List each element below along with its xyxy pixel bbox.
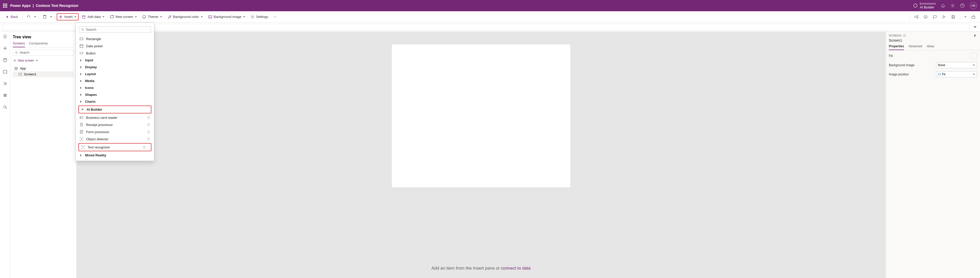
insert-item-form-processor[interactable]: Form processor <box>76 128 154 136</box>
background-color-button[interactable]: Background color <box>165 13 205 21</box>
more-button[interactable]: ⋯ <box>271 13 278 20</box>
undo-button[interactable] <box>24 13 33 21</box>
svg-rect-13 <box>15 67 16 68</box>
app-icon <box>14 67 18 70</box>
insert-category-display[interactable]: Display <box>76 64 154 70</box>
svg-rect-26 <box>80 117 83 118</box>
premium-icon <box>147 137 150 141</box>
chevron-down-icon[interactable] <box>964 16 967 18</box>
insert-category-layout[interactable]: Layout <box>76 70 154 77</box>
chevron-down-icon <box>81 108 84 111</box>
tab-components[interactable]: Components <box>29 42 48 47</box>
app-launcher-icon[interactable] <box>3 3 7 8</box>
button-icon <box>80 51 83 55</box>
chevron-down-icon[interactable] <box>34 16 36 18</box>
prop-bgimage-label: Background image <box>889 63 915 67</box>
tree-view-icon[interactable] <box>3 34 7 39</box>
tree-item-screen[interactable]: Screen1 <box>13 71 74 77</box>
svg-rect-20 <box>972 55 975 58</box>
screen-artboard[interactable] <box>392 45 570 187</box>
save-button[interactable] <box>950 13 957 21</box>
data-icon[interactable] <box>3 58 7 62</box>
preview-button[interactable] <box>940 13 948 21</box>
svg-rect-10 <box>3 70 7 73</box>
search-icon <box>15 51 18 54</box>
insert-category-mixed-reality[interactable]: Mixed Reality <box>76 152 154 159</box>
prop-fill-picker[interactable] <box>970 53 977 59</box>
tree-item-app[interactable]: App <box>13 66 74 71</box>
add-data-button[interactable]: Add data <box>80 13 107 21</box>
publish-button[interactable] <box>970 13 977 21</box>
paste-button[interactable] <box>41 13 49 21</box>
search-icon[interactable] <box>3 105 7 109</box>
chevron-right-icon <box>80 59 83 62</box>
theme-button[interactable]: Theme <box>140 13 164 21</box>
settings-button[interactable]: Settings <box>248 13 270 21</box>
insert-category-icons[interactable]: Icons <box>76 84 154 91</box>
insert-category-shapes[interactable]: Shapes <box>76 91 154 98</box>
help-icon[interactable] <box>960 3 965 8</box>
insert-item-business-card-reader[interactable]: Business card reader <box>76 114 154 121</box>
insert-category-input[interactable]: Input <box>76 57 154 64</box>
chevron-down-icon[interactable] <box>50 16 52 18</box>
chevron-right-icon[interactable] <box>974 34 977 37</box>
chevron-right-icon <box>80 93 83 96</box>
background-image-button[interactable]: Background image <box>206 13 247 21</box>
insert-search-input[interactable]: Search <box>79 26 151 33</box>
svg-rect-2 <box>43 16 46 18</box>
help-icon[interactable]: ? <box>903 34 906 37</box>
chevron-right-icon <box>80 66 83 69</box>
insert-category-media[interactable]: Media <box>76 77 154 84</box>
svg-point-11 <box>3 105 6 108</box>
prop-imgpos-dropdown[interactable]: Fit <box>936 71 977 77</box>
bell-icon[interactable] <box>941 3 945 8</box>
tab-properties[interactable]: Properties <box>889 45 904 50</box>
media-icon[interactable] <box>3 69 7 74</box>
command-bar: Back Insert Add data New screen Theme <box>0 11 980 22</box>
screen-icon <box>18 73 22 76</box>
chevron-down-icon <box>35 59 38 62</box>
svg-rect-21 <box>939 73 941 75</box>
comments-button[interactable] <box>931 13 939 21</box>
tab-ideas[interactable]: Ideas <box>927 45 934 50</box>
insert-item-receipt-processor[interactable]: Receipt processor <box>76 121 154 128</box>
premium-icon <box>147 130 150 134</box>
avatar[interactable]: DB <box>970 2 977 9</box>
detector-icon <box>80 137 83 141</box>
insert-item-button[interactable]: Button <box>76 50 154 57</box>
power-automate-icon[interactable] <box>3 81 7 86</box>
svg-rect-17 <box>19 73 22 75</box>
tree-search-input[interactable]: Search <box>13 50 74 56</box>
svg-point-4 <box>83 15 85 16</box>
new-screen-button[interactable]: New screen <box>13 58 74 63</box>
tab-screens[interactable]: Screens <box>13 42 25 47</box>
formula-expand-button[interactable] <box>972 24 978 30</box>
prop-imgpos-label: Image position <box>889 73 909 76</box>
checker-button[interactable] <box>922 13 929 21</box>
new-screen-button[interactable]: New screen <box>108 13 139 21</box>
svg-rect-16 <box>16 69 18 69</box>
insert-item-text-recognizer[interactable]: Text recognizer <box>80 145 150 150</box>
back-button[interactable]: Back <box>3 13 20 21</box>
svg-rect-24 <box>80 45 83 48</box>
gear-icon[interactable] <box>950 3 955 8</box>
insert-category-ai-builder[interactable]: AI Builder <box>80 107 150 112</box>
insert-item-datepicker[interactable]: Date picker <box>76 42 154 50</box>
insert-category-charts[interactable]: Charts <box>76 98 154 105</box>
advanced-tools-icon[interactable] <box>3 93 7 97</box>
title-bar: Power Apps | Contoso Text Recognizer Env… <box>0 0 980 11</box>
insert-item-rectangle[interactable]: Rectangle <box>76 35 154 42</box>
insert-pane-icon[interactable] <box>3 46 7 51</box>
insert-item-object-detector[interactable]: Object detector <box>76 136 154 142</box>
insert-button[interactable]: Insert <box>57 13 79 21</box>
connect-to-data-link[interactable]: connect to data <box>501 266 531 271</box>
prop-bgimage-dropdown[interactable]: None <box>936 62 977 68</box>
fit-icon <box>938 73 941 76</box>
chevron-down-icon <box>74 16 76 18</box>
canvas[interactable]: Add an item from the Insert pane or conn… <box>76 32 886 278</box>
tab-advanced[interactable]: Advanced <box>908 45 922 50</box>
tree-view-panel: Tree view Screens Components Search New … <box>10 32 76 278</box>
environment-picker[interactable]: Environment AI Builder <box>913 2 935 10</box>
premium-icon <box>143 145 146 149</box>
share-button[interactable] <box>913 13 920 21</box>
